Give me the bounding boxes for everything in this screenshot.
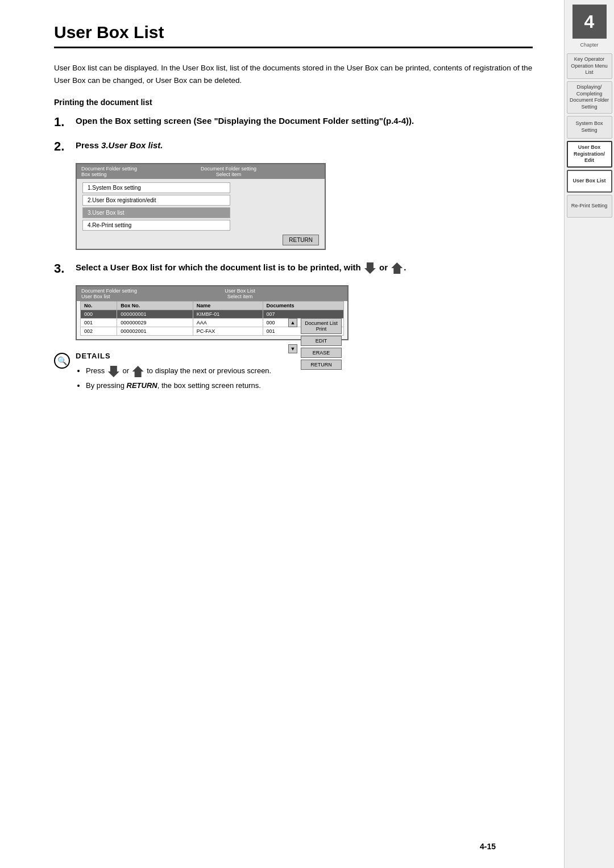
col-no: No.	[81, 302, 117, 310]
screen2-header-left: Document Folder setting User Box list	[81, 288, 137, 299]
details-icon: 🔍	[54, 353, 70, 369]
sidebar: 4 Chapter Key Operator Operation Menu Li…	[564, 0, 614, 868]
scroll-arrows: ▲ ▼	[288, 318, 297, 353]
chapter-badge: 4	[572, 5, 607, 39]
return-button[interactable]: RETURN	[301, 360, 342, 370]
detail-arrow-down-icon	[108, 366, 119, 377]
ubl-action-buttons: Document List Print EDIT ERASE RETURN	[301, 318, 342, 370]
step-1-number: 1.	[54, 115, 70, 130]
step-2: 2. Press 3.User Box list.	[54, 139, 533, 154]
screen2-header-center: User Box List Select item	[137, 288, 343, 299]
page-title: User Box List	[54, 23, 533, 48]
details-section: 🔍 DETAILS Press or to display the next o…	[54, 352, 533, 394]
arrow-down-icon	[364, 262, 376, 274]
cell-no-1: 001	[81, 319, 117, 327]
sidebar-item-displaying[interactable]: Displaying/ Completing Document Folder S…	[567, 81, 612, 114]
sidebar-item-user-box-reg[interactable]: User Box Registration/ Edit	[567, 141, 612, 168]
step-3-text: Select a User Box list for which the doc…	[76, 261, 533, 274]
screen-mockup-1: Document Folder setting Box setting Docu…	[76, 163, 326, 250]
scroll-up-arrow[interactable]: ▲	[288, 318, 297, 327]
screen1-menu-item-1: 1.System Box setting	[82, 182, 230, 193]
cell-name-1: AAA	[193, 319, 263, 327]
sidebar-item-user-box-list[interactable]: User Box List	[567, 170, 612, 193]
step-1: 1. Open the Box setting screen (See "Dis…	[54, 115, 533, 130]
arrow-up-icon	[391, 262, 403, 274]
doc-list-print-button[interactable]: Document List Print	[301, 318, 342, 334]
detail-arrow-up-icon	[132, 366, 144, 377]
step-3: 3. Select a User Box list for which the …	[54, 261, 533, 276]
cell-no-0: 000	[81, 310, 117, 319]
cell-name-0: KIMBF-01	[193, 310, 263, 319]
screen1-return-button: RETURN	[283, 235, 319, 245]
screen1-header: Document Folder setting Box setting Docu…	[77, 164, 325, 179]
scroll-down-arrow[interactable]: ▼	[288, 344, 297, 353]
table-row: 000 000000001 KIMBF-01 007	[81, 310, 344, 319]
screen1-header-left: Document Folder setting Box setting	[81, 166, 137, 177]
screen2-header: Document Folder setting User Box list Us…	[77, 286, 347, 301]
page-number: 4-15	[480, 842, 496, 851]
step-2-number: 2.	[54, 139, 70, 154]
step-2-text: Press 3.User Box list.	[76, 139, 533, 152]
sidebar-item-system-box[interactable]: System Box Setting	[567, 116, 612, 139]
erase-button[interactable]: ERASE	[301, 348, 342, 358]
col-name: Name	[193, 302, 263, 310]
detail-bullet-2: By pressing RETURN, the box setting scre…	[86, 379, 533, 392]
printing-subheading: Printing the document list	[54, 98, 533, 107]
sidebar-item-key-operator[interactable]: Key Operator Operation Menu List	[567, 53, 612, 79]
screen1-header-center: Document Folder setting Select item	[137, 166, 320, 177]
cell-no-2: 002	[81, 327, 117, 336]
sidebar-item-reprint[interactable]: Re-Print Setting	[567, 195, 612, 218]
screen-mockup-2: Document Folder setting User Box list Us…	[76, 285, 349, 340]
cell-name-2: PC-FAX	[193, 327, 263, 336]
intro-paragraph: User Box list can be displayed. In the U…	[54, 62, 533, 86]
step-3-number: 3.	[54, 261, 70, 276]
chapter-label: Chapter	[580, 42, 598, 48]
cell-docs-0: 007	[263, 310, 343, 319]
col-docs: Documents	[263, 302, 343, 310]
screen1-body: 1.System Box setting 2.User Box registra…	[77, 179, 325, 249]
cell-boxno-1: 000000029	[117, 319, 193, 327]
step-1-text: Open the Box setting screen (See "Displa…	[76, 115, 533, 128]
screen1-menu-item-2: 2.User Box registration/edit	[82, 195, 230, 206]
edit-button[interactable]: EDIT	[301, 336, 342, 346]
ubl-table-wrap: No. Box No. Name Documents 000 000000001…	[80, 301, 344, 336]
screen1-menu-item-4: 4.Re-Print setting	[82, 220, 230, 231]
col-boxno: Box No.	[117, 302, 193, 310]
screen1-menu-item-3: 3.User Box list	[82, 207, 230, 218]
cell-boxno-0: 000000001	[117, 310, 193, 319]
main-content: User Box List User Box list can be displ…	[0, 0, 564, 868]
cell-boxno-2: 000002001	[117, 327, 193, 336]
